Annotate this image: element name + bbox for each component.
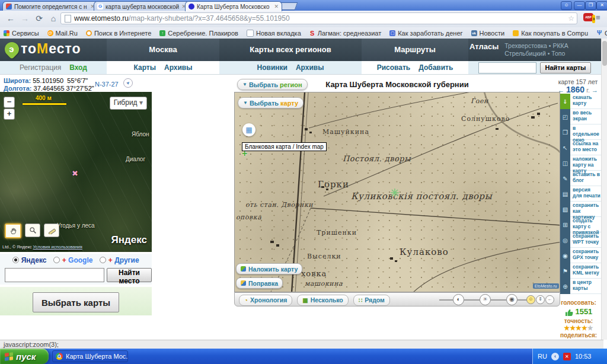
yandex-logo[interactable]: Яндекс (111, 234, 147, 246)
browser-tab-3-active[interactable]: Карта Шуберта Московско ✕ (185, 1, 282, 11)
forward-button[interactable]: → (19, 12, 31, 24)
hide-panel-button-icon[interactable]: ← (545, 295, 554, 304)
terms-link[interactable]: Условия использования (33, 244, 82, 250)
minimize-button[interactable]: — (574, 1, 585, 10)
find-place-button[interactable]: Найти место (107, 268, 152, 282)
url-text[interactable]: www.etomesto.ru/map-karty-shuberta/?x=37… (74, 14, 568, 23)
bookmark-item[interactable]: @ Mail.Ru (47, 30, 78, 37)
bookmark-item[interactable]: Поиск в Интернете (86, 30, 151, 37)
profile-button[interactable]: ☺ (561, 1, 572, 10)
link-draw[interactable]: Рисовать (377, 63, 411, 72)
contrast-knob-icon[interactable]: ◐ (453, 294, 464, 305)
select-region-button[interactable]: ▼ Выбратьрегион (237, 79, 308, 90)
tab-close-icon[interactable]: ✕ (274, 4, 279, 9)
minimap-zoom-out-button[interactable]: − (4, 97, 15, 108)
taskbar-task-button[interactable]: Карта Шуберта Мос... (52, 350, 128, 362)
menu-item[interactable]: ▧ сохранить как картинку (560, 202, 601, 217)
provider-google[interactable]: + Google (53, 256, 92, 264)
radio-icon[interactable] (100, 257, 106, 263)
correction-button[interactable]: Поправка (236, 277, 283, 289)
page-scrollbar[interactable] (601, 39, 607, 340)
link-add[interactable]: Добавить (418, 63, 453, 72)
menu-item[interactable]: ◰ во весь экран (560, 109, 601, 124)
bookmark-star-icon[interactable]: ☆ (568, 14, 574, 23)
radio-icon[interactable] (53, 257, 60, 263)
menu-item[interactable]: ⊕ в центр карты (560, 279, 601, 294)
collapse-bar-button-icon[interactable]: ⇕ (536, 295, 545, 304)
link-maps[interactable]: Карты (134, 63, 156, 72)
prev-year-arrow[interactable]: ← (558, 87, 564, 94)
menu-item[interactable]: ↖ ссылка на это место (560, 140, 601, 155)
register-link[interactable]: Регистрация (20, 63, 61, 72)
menu-item[interactable]: ⇓ скачать карту (560, 94, 601, 109)
menu-item[interactable]: ⊞ создать карту с привязкой (560, 217, 601, 232)
menu-item[interactable]: ▤ версия для печати (560, 186, 601, 202)
login-link[interactable]: Вход (69, 63, 87, 72)
accuracy-stars[interactable]: ★★★★★ (556, 324, 601, 332)
vote-row[interactable]: 1551 (556, 307, 601, 317)
bookmark-item[interactable]: Сервисы (4, 30, 39, 37)
adblock-icon[interactable]: ABP3 (583, 13, 593, 21)
bookmark-item[interactable]: ↑ Серебрение. Плакиров (159, 30, 238, 37)
menu-item[interactable]: ⚑ сохранить KML метку (560, 263, 601, 279)
restore-button[interactable]: ❐ (585, 1, 596, 10)
next-year-arrow[interactable]: → (592, 87, 598, 94)
address-bar[interactable]: www.etomesto.ru/map-karty-shuberta/?x=37… (60, 12, 577, 24)
smiley-button-icon[interactable]: ☺ (526, 295, 535, 304)
menu-item[interactable]: ◉ сохранить GPX точку (560, 248, 601, 263)
atlas-links[interactable]: Трехверстовка • РККАСтрельбицкий • Топо (504, 42, 568, 58)
home-button[interactable]: ⌂ (47, 12, 59, 24)
bookmark-item[interactable]: ▢ Как заработать денег (389, 30, 462, 37)
bookmark-item[interactable]: Ψ Спиннинговые приман (596, 30, 607, 37)
site-logo[interactable]: э тоМесто (5, 41, 81, 57)
historic-map-canvas[interactable]: ГоенСолнушковоМашуйкинаПостоял. дворыГор… (234, 92, 560, 292)
radio-selected-icon[interactable] (12, 257, 19, 263)
link-archives2[interactable]: Архивы (296, 63, 324, 72)
layer-select-button[interactable]: Гибрид ▾ (110, 97, 147, 110)
scrollbar-thumb[interactable] (602, 41, 607, 66)
nav-atlases[interactable]: Атласы Трехверстовка • РККАСтрельбицкий … (469, 42, 600, 58)
satellite-minimap[interactable]: − + 400 м Гибрид ▾ ЯблонДиалогУгодья у л… (0, 92, 152, 252)
browser-tab-2[interactable]: G карта шуберта московской ✕ (94, 1, 190, 11)
language-indicator[interactable]: RU (538, 353, 547, 360)
provider-other[interactable]: + Другие (100, 256, 139, 264)
place-search-input[interactable] (5, 268, 104, 282)
bookmark-item[interactable]: S Лагман: среднеазиат (309, 30, 381, 37)
menu-item[interactable]: ❐ в отдельное окно (560, 124, 601, 140)
menu-item[interactable]: ◫ наложить карту на карту (560, 155, 601, 171)
header-block-regions[interactable]: Карты всех регионов (219, 39, 362, 61)
close-button[interactable]: ✕ (596, 1, 607, 10)
globe-knob-icon[interactable]: ◉ (506, 294, 517, 305)
start-button[interactable]: пуск (0, 349, 49, 364)
provider-yandex[interactable]: Яндекс (12, 256, 46, 264)
header-block-moscow[interactable]: Москва (107, 39, 219, 61)
menu-item[interactable]: ◎ сохранить WPT точку (560, 232, 601, 248)
browser-tab-1[interactable]: Помогите определится с н ✕ (2, 1, 98, 11)
minimap-zoom-in-button[interactable]: + (4, 108, 15, 120)
browser-menu-icon[interactable]: ≡ (596, 13, 600, 22)
find-maps-input[interactable] (478, 62, 536, 74)
bookmark-item[interactable]: vk Новости (471, 30, 505, 37)
link-new[interactable]: Новинки (257, 63, 287, 72)
refresh-button[interactable]: ⟳ (33, 12, 45, 24)
map-sheet-code[interactable]: N-37-27 (95, 81, 119, 88)
header-block-routes[interactable]: Маршруты (362, 39, 468, 61)
overlay-map-button[interactable]: Наложить карту (236, 263, 302, 274)
ruler-tool-button[interactable] (44, 223, 59, 237)
bookmark-item[interactable]: Как покупать в Compu (513, 30, 588, 37)
map-mode-button[interactable]: ◔ Хронология (239, 295, 292, 306)
hand-tool-button[interactable] (5, 223, 21, 238)
map-mode-button[interactable]: ▦ Несколько (297, 295, 349, 306)
link-archives[interactable]: Архивы (164, 63, 193, 72)
back-button[interactable]: ← (5, 12, 17, 24)
find-maps-button[interactable]: Найти карты (540, 62, 590, 74)
select-map-button[interactable]: ▼ Выбратькарту (238, 97, 304, 108)
map-mode-button[interactable]: ∷ Рядом (353, 295, 390, 306)
index-map-button[interactable]: ▦ (242, 123, 255, 136)
choose-maps-button[interactable]: Выбрать карты (33, 292, 119, 312)
magnifier-tool-button[interactable] (25, 223, 40, 237)
bookmark-item[interactable]: Новая вкладка (247, 30, 301, 37)
brightness-knob-icon[interactable]: ☀ (480, 294, 491, 305)
compass-icon[interactable]: ▸ (123, 78, 133, 88)
tray-app-icon[interactable]: ✕ (563, 353, 571, 360)
